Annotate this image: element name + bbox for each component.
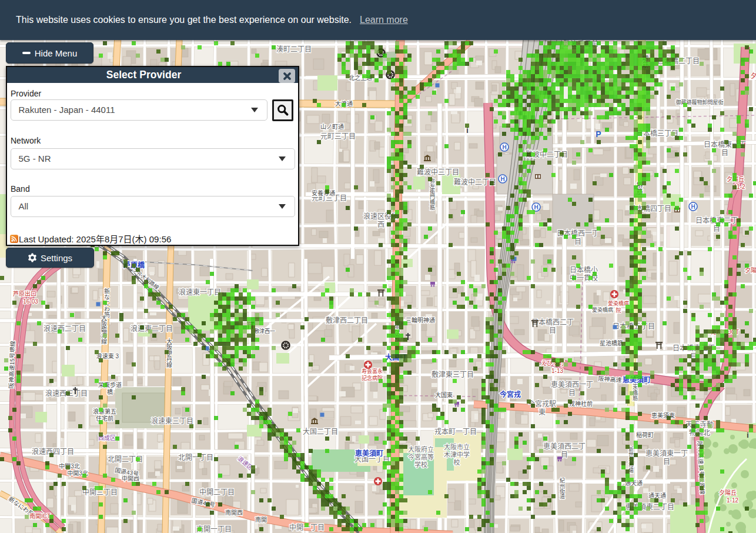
svg-text:通天通: 通天通 (648, 492, 666, 499)
svg-text:大阪府立: 大阪府立 (408, 445, 434, 453)
svg-text:今宮高等: 今宮高等 (408, 453, 434, 461)
svg-text:院: 院 (615, 307, 621, 314)
svg-text:P: P (596, 129, 601, 139)
svg-text:敷津西一: 敷津西一 (254, 328, 275, 334)
svg-text:木津中学: 木津中学 (444, 451, 470, 458)
svg-text:戎本町一丁目: 戎本町一丁目 (434, 428, 477, 436)
svg-text:元町三丁目: 元町三丁目 (320, 132, 356, 141)
svg-text:浪速東三丁目: 浪速東三丁目 (151, 417, 193, 425)
svg-text:H: H (500, 176, 504, 182)
svg-text:H: H (502, 144, 506, 151)
svg-text:栄東歩道: 栄東歩道 (98, 381, 122, 388)
svg-text:浪速第五: 浪速第五 (93, 408, 116, 415)
svg-text:愛染橋病: 愛染橋病 (592, 307, 613, 313)
svg-text:中開二丁目: 中開二丁目 (199, 488, 235, 497)
svg-text:戎神社前: 戎神社前 (569, 400, 593, 407)
svg-text:i: i (747, 431, 748, 439)
svg-text:夕陽丘: 夕陽丘 (745, 267, 756, 274)
svg-text:西: 西 (377, 221, 384, 229)
svg-text:恵美須東一丁: 恵美須東一丁 (645, 449, 688, 458)
svg-text:夕: 夕 (751, 72, 756, 79)
svg-text:日本橋西二丁: 日本橋西二丁 (531, 318, 574, 327)
svg-text:弥左衛門橋筋: 弥左衛門橋筋 (429, 178, 435, 211)
svg-text:橋: 橋 (107, 388, 113, 395)
svg-text:目: 目 (574, 238, 581, 246)
svg-text:浪速西二丁目: 浪速西二丁目 (44, 324, 86, 333)
svg-text:安養寺通: 安養寺通 (312, 189, 335, 196)
svg-text:南開西: 南開西 (225, 509, 243, 516)
svg-text:南開: 南開 (255, 516, 267, 523)
svg-text:1-13: 1-13 (551, 368, 563, 374)
svg-text:H: H (691, 204, 695, 210)
svg-text:敷津東三丁目: 敷津東三丁目 (431, 370, 474, 379)
svg-text:16-03: 16-03 (23, 298, 38, 305)
svg-text:湊町二丁目: 湊町二丁目 (276, 45, 312, 54)
svg-text:浪速東一丁目: 浪速東一丁目 (179, 288, 221, 297)
svg-text:稲荷町: 稲荷町 (636, 432, 654, 438)
svg-text:目: 目 (663, 458, 670, 466)
svg-text:夕陽丘: 夕陽丘 (719, 489, 737, 496)
svg-text:北開一丁目: 北開一丁目 (178, 454, 213, 462)
svg-text:目: 目 (721, 149, 728, 157)
svg-text:恵美須町: 恵美須町 (355, 449, 383, 458)
svg-text:難波中三丁目: 難波中三丁目 (417, 168, 459, 176)
svg-text:三輪明神通: 三輪明神通 (406, 317, 435, 324)
svg-text:敷津西二丁目: 敷津西二丁目 (326, 316, 368, 325)
svg-text:大国東: 大国東 (435, 391, 453, 398)
svg-text:南開ICT: 南開ICT (29, 512, 51, 519)
svg-text:東: 東 (538, 408, 546, 417)
svg-text:1-12: 1-12 (727, 497, 738, 504)
svg-text:目: 目 (568, 389, 576, 397)
svg-text:寿会富永: 寿会富永 (362, 368, 383, 374)
svg-text:紀州街道: 紀州街道 (559, 477, 565, 499)
svg-text:i: i (466, 126, 468, 135)
svg-text:H: H (534, 204, 538, 211)
svg-text:目: 目 (549, 327, 556, 335)
svg-text:今宮戎: 今宮戎 (499, 390, 521, 399)
svg-text:恵美須西一丁: 恵美須西一丁 (551, 381, 593, 389)
svg-text:校: 校 (454, 458, 460, 466)
svg-text:山ノ町通: 山ノ町通 (320, 124, 344, 130)
svg-text:恵美須西二丁: 恵美須西二丁 (543, 442, 586, 451)
svg-text:住宅前: 住宅前 (96, 415, 113, 422)
svg-text:学校: 学校 (414, 461, 427, 468)
svg-text:大阪市立: 大阪市立 (444, 443, 470, 451)
svg-text:星池橋筋: 星池橋筋 (600, 339, 623, 347)
svg-text:大阪臨海線: 大阪臨海線 (101, 314, 107, 344)
svg-text:芦原出口: 芦原出口 (13, 290, 36, 297)
svg-text:恵美須東: 恵美須東 (651, 412, 675, 419)
svg-text:御蔵跡履物卸問屋街: 御蔵跡履物卸問屋街 (675, 99, 723, 105)
svg-text:大国二丁目: 大国二丁目 (303, 428, 338, 436)
